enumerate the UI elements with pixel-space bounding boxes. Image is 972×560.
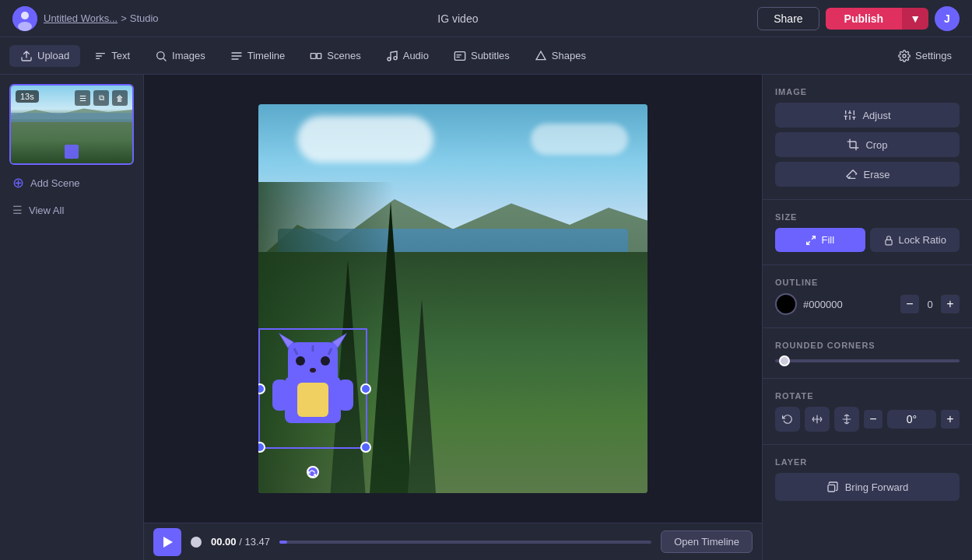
divider-3 [763,327,972,328]
left-sidebar: 13s ☰ ⧉ 🗑 ⊕ Add Scene ☰ View All [0,75,144,560]
outline-num-control: − 0 + [900,295,960,313]
scene-duplicate-button[interactable]: ⧉ [93,90,109,106]
flip-horizontal-button[interactable] [805,407,830,432]
svg-point-16 [296,356,305,366]
publish-button[interactable]: Publish [826,8,903,30]
publish-group: Publish ▼ [826,8,928,30]
cat-svg [266,327,360,443]
scenes-icon [310,50,322,62]
breadcrumb: Untitled Works... > Studio [44,12,159,24]
layer-section-title: LAYER [775,457,960,467]
settings-tool-button[interactable]: Settings [887,45,963,67]
fill-icon [805,235,816,246]
size-section: SIZE Fill Lock Ratio [775,212,960,252]
size-section-title: SIZE [775,212,960,222]
crop-button[interactable]: Crop [775,132,960,157]
cat-character[interactable] [266,327,360,443]
cat-sticker-preview [65,145,79,159]
svg-rect-8 [454,51,465,60]
layer-section: LAYER Bring Forward [775,457,960,501]
view-all-button[interactable]: ☰ View All [9,201,134,219]
rotate-decrease-button[interactable]: − [864,410,883,429]
svg-point-3 [157,51,164,58]
user-avatar[interactable]: J [935,6,960,31]
corners-slider-thumb[interactable] [779,355,790,366]
outline-controls: #000000 − 0 + [775,293,960,315]
upload-tool-button[interactable]: Upload [9,45,80,67]
breadcrumb-separator: > [121,12,127,24]
scene-delete-button[interactable]: 🗑 [112,90,128,106]
divider-1 [763,199,972,200]
play-button[interactable] [153,528,181,556]
adjust-button[interactable]: Adjust [775,103,960,128]
topbar: Untitled Works... > Studio IG video Shar… [0,0,972,37]
scene-thumbnail[interactable]: 13s ☰ ⧉ 🗑 [9,84,134,165]
corners-slider-track[interactable] [775,359,960,362]
image-section-title: IMAGE [775,87,960,96]
flip-vertical-button[interactable] [834,407,859,432]
svg-rect-4 [311,53,317,58]
playhead-marker [191,537,202,548]
rotate-ccw-button[interactable] [775,407,800,432]
view-all-icon: ☰ [12,204,23,216]
svg-point-2 [18,22,32,31]
fill-button[interactable]: Fill [775,228,865,252]
settings-icon [898,50,911,62]
publish-dropdown-button[interactable]: ▼ [902,8,928,30]
outline-value: 0 [922,299,938,310]
breadcrumb-workspace-link[interactable]: Untitled Works... [44,12,118,24]
image-section: IMAGE Adjust Crop Erase [775,87,960,187]
adjust-icon [844,109,856,121]
images-tool-button[interactable]: Images [144,45,216,67]
scenes-tool-button[interactable]: Scenes [299,45,371,67]
svg-point-6 [388,58,391,61]
rotate-controls: − 0° + [775,407,960,432]
svg-rect-22 [297,383,328,417]
share-button[interactable]: Share [757,7,819,30]
topbar-left: Untitled Works... > Studio [12,6,159,31]
total-time: 13.47 [244,536,270,548]
canvas-background [258,104,647,493]
flip-h-icon [812,414,823,425]
erase-button[interactable]: Erase [775,162,960,187]
timeline-tool-button[interactable]: Timeline [219,45,297,67]
play-icon [163,537,173,548]
toolbar: Upload Text Images Timeline Scenes Audio… [0,37,972,75]
add-scene-button[interactable]: ⊕ Add Scene [9,171,134,194]
text-icon [94,50,107,62]
outline-section: OUTLINE #000000 − 0 + [775,278,960,315]
svg-rect-5 [318,53,321,58]
image-buttons: Adjust Crop Erase [775,103,960,187]
shapes-tool-button[interactable]: Shapes [524,45,597,67]
time-separator: / [239,536,242,548]
add-scene-icon: ⊕ [12,174,24,191]
audio-tool-button[interactable]: Audio [375,45,440,67]
outline-increase-button[interactable]: + [941,295,960,313]
canvas-wrapper [258,104,647,493]
rotate-increase-button[interactable]: + [941,410,960,429]
rotate-ccw-icon [782,414,793,425]
breadcrumb-studio: Studio [130,12,159,24]
project-name: IG video [168,12,749,25]
outline-color-swatch[interactable] [775,293,797,315]
subtitles-icon [454,50,466,62]
subtitles-tool-button[interactable]: Subtitles [443,45,521,67]
bring-forward-button[interactable]: Bring Forward [775,473,960,501]
canvas-area[interactable] [144,75,762,523]
outline-decrease-button[interactable]: − [900,295,919,313]
text-tool-button[interactable]: Text [83,45,141,67]
lock-ratio-icon [883,235,894,246]
flip-v-icon [841,414,852,425]
corners-section: ROUNDED CORNERS [775,341,960,366]
workspace-avatar[interactable] [12,6,37,31]
timeline-icon [230,50,243,62]
open-timeline-button[interactable]: Open Timeline [661,530,753,553]
lock-ratio-button[interactable]: Lock Ratio [870,228,960,252]
time-display: 00.00 / 13.47 [211,536,270,548]
svg-point-7 [394,56,397,59]
timeline-track[interactable] [279,541,651,544]
scene-menu-button[interactable]: ☰ [75,90,90,106]
rotate-value-display: 0° [887,410,936,429]
divider-4 [763,378,972,379]
center-column: 00.00 / 13.47 Open Timeline [144,75,762,560]
